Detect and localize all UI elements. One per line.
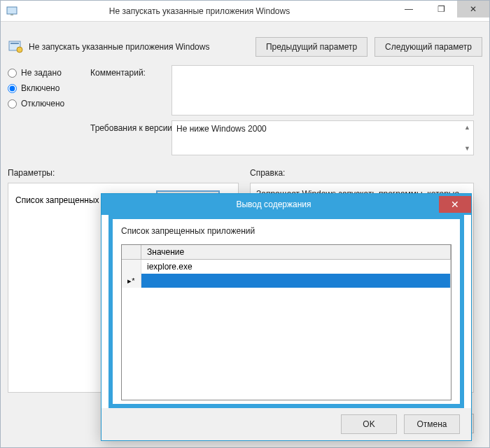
state-radio-group: Не задано Включено Отключено: [8, 68, 64, 114]
radio-enabled-input[interactable]: [8, 84, 17, 93]
radio-not-configured-label: Не задано: [21, 68, 62, 78]
grid-row-marker: [122, 260, 141, 274]
new-row-marker-icon: ▸*: [122, 274, 141, 288]
requirements-value: Не ниже Windows 2000: [176, 124, 267, 134]
radio-not-configured-input[interactable]: [8, 69, 17, 78]
comment-label: Комментарий:: [90, 68, 146, 78]
requirements-label: Требования к версии:: [90, 123, 174, 133]
titlebar: Не запускать указанные приложения Window…: [1, 1, 489, 22]
radio-disabled-label: Отключено: [21, 99, 64, 108]
grid-header-value: Значение: [141, 245, 451, 260]
comment-textarea[interactable]: [172, 65, 474, 115]
svg-point-4: [17, 47, 22, 52]
window-title: Не запускать указанные приложения Window…: [6, 6, 393, 16]
grid-header-marker: [122, 245, 141, 260]
grid-cell-value[interactable]: iexplore.exe: [141, 260, 451, 274]
grid-row[interactable]: iexplore.exe: [122, 260, 451, 274]
dialog-title: Вывод содержания: [108, 200, 439, 209]
radio-not-configured[interactable]: Не задано: [8, 68, 64, 78]
grid-new-cell[interactable]: [141, 274, 451, 288]
help-section-label: Справка:: [250, 168, 285, 178]
dialog-subtitle: Список запрещенных приложений: [121, 226, 451, 236]
dialog-ok-button[interactable]: OK: [341, 414, 397, 434]
scroll-down-icon[interactable]: ▼: [464, 145, 470, 152]
dialog-close-button[interactable]: ✕: [439, 196, 471, 213]
previous-setting-button[interactable]: Предыдущий параметр: [255, 37, 368, 57]
dialog-body: Список запрещенных приложений Значение i…: [108, 215, 464, 408]
parameters-section-label: Параметры:: [8, 168, 55, 178]
maximize-button[interactable]: ❐: [425, 1, 457, 18]
grid-empty-area: [122, 288, 451, 400]
values-grid[interactable]: Значение iexplore.exe ▸*: [121, 244, 451, 400]
svg-rect-3: [10, 43, 19, 44]
grid-new-row[interactable]: ▸*: [122, 274, 451, 288]
radio-disabled[interactable]: Отключено: [8, 99, 64, 108]
scroll-up-icon[interactable]: ▲: [464, 124, 470, 131]
dialog-footer: OK Отмена: [102, 408, 471, 440]
requirements-box: Не ниже Windows 2000 ▲ ▼: [172, 120, 474, 155]
policy-icon: [8, 39, 23, 55]
close-button[interactable]: ✕: [457, 1, 489, 18]
radio-enabled-label: Включено: [21, 83, 59, 93]
grid-header: Значение: [122, 245, 451, 260]
minimize-button[interactable]: ―: [393, 1, 425, 18]
window-buttons: ― ❐ ✕: [393, 1, 489, 21]
show-contents-dialog: Вывод содержания ✕ Список запрещенных пр…: [101, 193, 472, 441]
radio-enabled[interactable]: Включено: [8, 83, 64, 93]
next-setting-button[interactable]: Следующий параметр: [374, 37, 482, 57]
radio-disabled-input[interactable]: [8, 99, 17, 108]
policy-header: Не запускать указанные приложения Window…: [8, 29, 482, 65]
policy-name: Не запускать указанные приложения Window…: [29, 42, 255, 52]
dialog-cancel-button[interactable]: Отмена: [404, 414, 460, 434]
dialog-titlebar: Вывод содержания ✕: [102, 194, 471, 215]
